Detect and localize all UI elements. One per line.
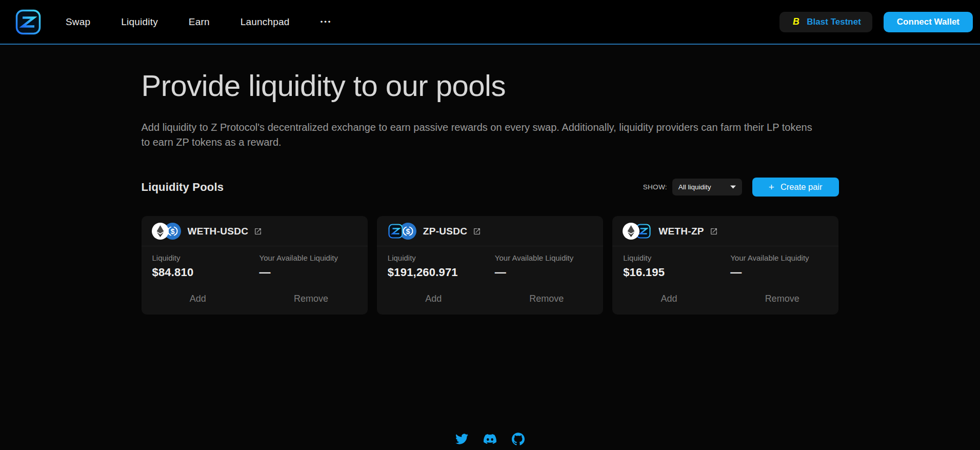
- liquidity-label: Liquidity: [152, 253, 259, 262]
- top-nav-bar: Swap Liquidity Earn Launchpad ••• B Blas…: [0, 0, 980, 45]
- weth-token-icon: [152, 223, 169, 240]
- show-label: SHOW:: [643, 183, 667, 191]
- pools-section-header: Liquidity Pools SHOW: All liquidity + Cr…: [142, 178, 839, 197]
- remove-liquidity-button[interactable]: Remove: [490, 291, 603, 306]
- nav-item-earn[interactable]: Earn: [189, 16, 210, 28]
- available-liquidity-value: —: [730, 266, 828, 279]
- external-link-icon[interactable]: [473, 227, 481, 236]
- svg-text:$: $: [406, 227, 410, 236]
- available-liquidity-stat: Your Available Liquidity —: [730, 253, 828, 279]
- page-description: Add liquidity to Z Protocol's decentrali…: [142, 120, 824, 150]
- section-title: Liquidity Pools: [142, 181, 224, 194]
- pool-card-weth-zp: WETH-ZP Liquidity $16.195 Your Available…: [612, 216, 838, 315]
- twitter-link[interactable]: [455, 433, 468, 445]
- twitter-icon: [455, 433, 468, 445]
- pool-card-stats: Liquidity $16.195 Your Available Liquidi…: [612, 246, 838, 279]
- pool-card-actions: Add Remove: [612, 291, 838, 315]
- external-link-icon[interactable]: [254, 227, 262, 236]
- blast-icon: B: [791, 16, 802, 27]
- liquidity-value: $191,260.971: [388, 266, 495, 279]
- available-liquidity-value: —: [259, 266, 357, 279]
- pool-card-header: WETH-ZP: [612, 216, 838, 246]
- discord-link[interactable]: [484, 433, 496, 445]
- discord-icon: [484, 433, 496, 445]
- liquidity-filter-dropdown[interactable]: All liquidity: [672, 179, 742, 195]
- main-nav: Swap Liquidity Earn Launchpad •••: [66, 16, 332, 28]
- pool-card-stats: Liquidity $191,260.971 Your Available Li…: [377, 246, 603, 279]
- social-footer: [0, 433, 980, 450]
- network-button-label: Blast Testnet: [807, 17, 861, 27]
- external-link-icon[interactable]: [710, 227, 718, 236]
- z-protocol-logo-icon: [15, 9, 41, 35]
- liquidity-stat: Liquidity $84.810: [152, 253, 259, 279]
- github-link[interactable]: [512, 433, 525, 445]
- add-liquidity-button[interactable]: Add: [377, 291, 490, 306]
- create-pair-button[interactable]: + Create pair: [752, 178, 839, 197]
- more-menu-button[interactable]: •••: [321, 18, 332, 26]
- zp-token-icon: [387, 223, 404, 240]
- github-icon: [512, 433, 525, 445]
- available-liquidity-label: Your Available Liquidity: [730, 253, 828, 262]
- remove-liquidity-button[interactable]: Remove: [254, 291, 368, 306]
- token-pair-icons: [623, 223, 652, 240]
- connect-wallet-button[interactable]: Connect Wallet: [884, 12, 973, 32]
- liquidity-stat: Liquidity $191,260.971: [388, 253, 495, 279]
- pool-pair-name: ZP-USDC: [423, 226, 468, 237]
- token-pair-icons: $: [387, 223, 416, 240]
- available-liquidity-stat: Your Available Liquidity —: [259, 253, 357, 279]
- svg-text:$: $: [170, 227, 174, 236]
- token-pair-icons: $: [152, 223, 181, 240]
- chevron-down-icon: [730, 185, 736, 189]
- available-liquidity-value: —: [495, 266, 592, 279]
- pool-card-weth-usdc: $ WETH-USDC Liquidity $84.810: [142, 216, 368, 315]
- page-title: Provide liquidity to our pools: [142, 68, 839, 103]
- pool-card-header: $ WETH-USDC: [142, 216, 368, 246]
- filter-selected-value: All liquidity: [678, 183, 711, 191]
- weth-token-icon: [623, 223, 639, 240]
- pools-controls: SHOW: All liquidity + Create pair: [643, 178, 839, 197]
- add-liquidity-button[interactable]: Add: [612, 291, 726, 306]
- pool-cards-row: $ WETH-USDC Liquidity $84.810: [142, 216, 839, 315]
- brand-logo[interactable]: [15, 9, 41, 35]
- pool-pair-name: WETH-ZP: [658, 226, 704, 237]
- liquidity-value: $16.195: [623, 266, 730, 279]
- pool-card-zp-usdc: $ ZP-USDC Liquidity $191,260.971: [377, 216, 603, 315]
- available-liquidity-label: Your Available Liquidity: [495, 253, 592, 262]
- liquidity-page: Swap Liquidity Earn Launchpad ••• B Blas…: [0, 0, 980, 450]
- pool-card-header: $ ZP-USDC: [377, 216, 603, 246]
- nav-item-swap[interactable]: Swap: [66, 16, 90, 28]
- liquidity-stat: Liquidity $16.195: [623, 253, 730, 279]
- liquidity-value: $84.810: [152, 266, 259, 279]
- liquidity-label: Liquidity: [388, 253, 495, 262]
- plus-icon: +: [769, 182, 774, 192]
- pool-card-actions: Add Remove: [142, 291, 368, 315]
- header-actions: B Blast Testnet Connect Wallet: [779, 12, 973, 32]
- main-content: Provide liquidity to our pools Add liqui…: [142, 45, 839, 315]
- add-liquidity-button[interactable]: Add: [142, 291, 255, 306]
- network-button[interactable]: B Blast Testnet: [779, 12, 872, 32]
- svg-text:B: B: [793, 16, 799, 27]
- pool-pair-name: WETH-USDC: [188, 226, 249, 237]
- pool-card-stats: Liquidity $84.810 Your Available Liquidi…: [142, 246, 368, 279]
- available-liquidity-label: Your Available Liquidity: [259, 253, 357, 262]
- remove-liquidity-button[interactable]: Remove: [726, 291, 839, 306]
- nav-item-liquidity[interactable]: Liquidity: [121, 16, 158, 28]
- available-liquidity-stat: Your Available Liquidity —: [495, 253, 592, 279]
- nav-item-launchpad[interactable]: Launchpad: [241, 16, 290, 28]
- create-pair-label: Create pair: [781, 182, 823, 192]
- liquidity-label: Liquidity: [623, 253, 730, 262]
- pool-card-actions: Add Remove: [377, 291, 603, 315]
